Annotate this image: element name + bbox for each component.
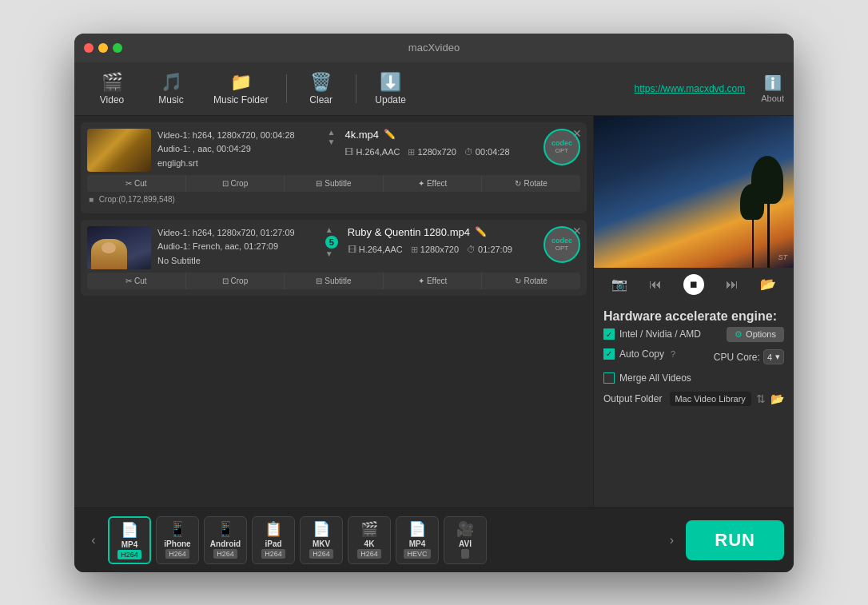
file1-edit-tools: ✂ Cut ⊡ Crop ⊟ Subtitle ✦ Effect: [87, 175, 580, 192]
rotate-tool-1[interactable]: ↻ Rotate: [482, 175, 580, 192]
website-link[interactable]: https://www.macxdvd.com: [635, 83, 746, 94]
preset-mkv[interactable]: 📄 MKV H264: [300, 516, 343, 564]
avi-icon: 🎥: [456, 520, 474, 538]
next-frame-btn[interactable]: ⏭: [726, 277, 739, 292]
music-label: Music: [158, 94, 183, 105]
crop-tool-1[interactable]: ⊡ Crop: [186, 175, 285, 192]
cpu-core-label: CPU Core:: [714, 352, 760, 363]
play-btn[interactable]: ⏹: [683, 274, 704, 295]
cut-tool-1[interactable]: ✂ Cut: [87, 175, 186, 192]
about-icon: ℹ️: [764, 74, 782, 92]
dropdown-arrow-icon: ▾: [775, 352, 780, 362]
traffic-lights: [84, 43, 122, 53]
preset-ipad[interactable]: 📋 iPad H264: [252, 516, 295, 564]
music-button[interactable]: 🎵 Music: [143, 67, 199, 110]
preset-avi[interactable]: 🎥 AVI: [444, 516, 487, 564]
about-button[interactable]: ℹ️ About: [761, 74, 784, 103]
intel-amd-label: Intel / Nvidia / AMD: [619, 328, 701, 340]
preset-mp4-label: MP4: [121, 540, 138, 549]
update-button[interactable]: ⬇️ Update: [363, 67, 419, 110]
file2-edit-name-btn[interactable]: ✏️: [475, 226, 487, 237]
auto-copy-help: ?: [671, 349, 675, 359]
file1-down-btn[interactable]: ▼: [328, 138, 336, 146]
preset-mp4-bottom: H264: [117, 550, 141, 559]
app-window: macXvideo 🎬 Video 🎵 Music 📁 Music Folder…: [74, 34, 794, 572]
file1-subtitle-info: engligh.srt: [157, 157, 318, 171]
cut-tool-2[interactable]: ✂ Cut: [87, 273, 186, 289]
screenshot-btn[interactable]: 📷: [611, 277, 627, 292]
maximize-window-btn[interactable]: [113, 43, 122, 53]
merge-row: Merge All Videos: [603, 372, 784, 384]
clock-icon: ⏱: [464, 147, 473, 157]
preset-list: 📄 MP4 H264 📱 iPhone H264 📱 Android H264 …: [108, 516, 657, 564]
subtitle-tool-1[interactable]: ⊟ Subtitle: [285, 175, 384, 192]
video-label: Video: [100, 94, 124, 105]
cpu-core-dropdown[interactable]: 4 ▾: [763, 349, 784, 364]
preview-tree-2: [752, 196, 754, 268]
music-folder-icon: 📁: [230, 72, 252, 93]
clear-button[interactable]: 🗑️ Clear: [293, 67, 349, 110]
file2-down-btn[interactable]: ▼: [325, 250, 338, 258]
file1-edit-name-btn[interactable]: ✏️: [384, 129, 396, 140]
video-button[interactable]: 🎬 Video: [84, 67, 140, 110]
preset-avi-label: AVI: [459, 539, 472, 548]
crop2-icon: ⊡: [222, 277, 229, 285]
options-button[interactable]: ⚙ Options: [727, 327, 784, 342]
preset-scroll-left-btn[interactable]: ‹: [84, 531, 103, 550]
app-title: macXvideo: [408, 42, 460, 54]
merge-label: Merge All Videos: [619, 372, 691, 384]
open-folder-btn[interactable]: 📂: [760, 277, 776, 292]
titlebar: macXvideo: [74, 34, 794, 62]
hw-engine-checkbox[interactable]: ✓: [603, 328, 615, 340]
folder-up-down-btn[interactable]: ⇅: [756, 392, 766, 405]
file1-output-name: 4k.mp4: [344, 129, 379, 141]
auto-copy-row: ✓ Auto Copy ?: [603, 348, 675, 360]
minimize-window-btn[interactable]: [98, 43, 108, 53]
file1-up-btn[interactable]: ▲: [328, 129, 336, 137]
hw-engine-row: ✓ Intel / Nvidia / AMD ⚙ Options: [603, 327, 784, 342]
close-window-btn[interactable]: [84, 43, 94, 53]
folder-value: Mac Video Library: [670, 392, 751, 406]
close-file-1-btn[interactable]: ✕: [572, 127, 582, 140]
effect-tool-2[interactable]: ✦ Effect: [384, 273, 483, 289]
auto-copy-checkbox[interactable]: ✓: [603, 348, 615, 360]
file2-arrows: ▲ 5 ▼: [325, 226, 338, 258]
preset-ipad-bottom: H264: [261, 549, 285, 559]
subtitle-tool-2[interactable]: ⊟ Subtitle: [285, 273, 384, 289]
file1-crop-info: ■ Crop:(0,172,899,548): [87, 192, 580, 207]
preset-android[interactable]: 📱 Android H264: [204, 516, 247, 564]
music-folder-button[interactable]: 📁 Music Folder: [202, 67, 280, 110]
file1-thumbnail: [87, 129, 151, 172]
options-label: Options: [746, 329, 776, 339]
preset-android-label: Android: [210, 539, 241, 548]
crop-icon: ⊡: [222, 179, 229, 188]
close-file-2-btn[interactable]: ✕: [572, 225, 582, 237]
file1-resolution: ⊞ 1280x720: [408, 147, 456, 157]
file-item: ✕ Video-1: h264, 1280x720, 00:04:28 Audi…: [81, 122, 587, 213]
subtitle-icon: ⊟: [316, 179, 322, 188]
preset-scroll-right-btn[interactable]: ›: [662, 531, 681, 550]
file2-duration: ⏱ 01:27:09: [467, 245, 512, 254]
preset-mp4-h264[interactable]: 📄 MP4 H264: [108, 516, 151, 564]
mp4-h264-icon: 📄: [121, 521, 138, 539]
cpu-core-value: 4: [767, 352, 772, 362]
run-button[interactable]: RUN: [686, 520, 784, 560]
file2-thumbnail: [87, 226, 151, 269]
crop-tool-2[interactable]: ⊡ Crop: [186, 273, 285, 289]
prev-frame-btn[interactable]: ⏮: [649, 277, 662, 292]
ipad-icon: 📋: [265, 520, 282, 538]
file2-up-btn[interactable]: ▲: [325, 226, 338, 234]
rotate-tool-2[interactable]: ↻ Rotate: [482, 273, 580, 289]
effect-tool-1[interactable]: ✦ Effect: [384, 175, 483, 192]
preset-mkv-bottom: H264: [309, 549, 333, 559]
file-list: ✕ Video-1: h264, 1280x720, 00:04:28 Audi…: [74, 116, 594, 507]
preset-iphone[interactable]: 📱 iPhone H264: [156, 516, 199, 564]
preset-mp4-hevc[interactable]: 📄 MP4 HEVC: [396, 516, 439, 564]
file1-output: 4k.mp4 ✏️ 🎞 H.264,AAC ⊞ 1280x720: [344, 129, 537, 157]
file1-output-name-row: 4k.mp4 ✏️: [344, 129, 537, 141]
file1-arrows: ▲ ▼: [328, 129, 336, 146]
subtitle2-icon: ⊟: [316, 277, 322, 285]
open-output-folder-btn[interactable]: 📂: [770, 392, 784, 405]
merge-checkbox[interactable]: [603, 372, 615, 384]
preset-4k[interactable]: 🎬 4K H264: [348, 516, 391, 564]
